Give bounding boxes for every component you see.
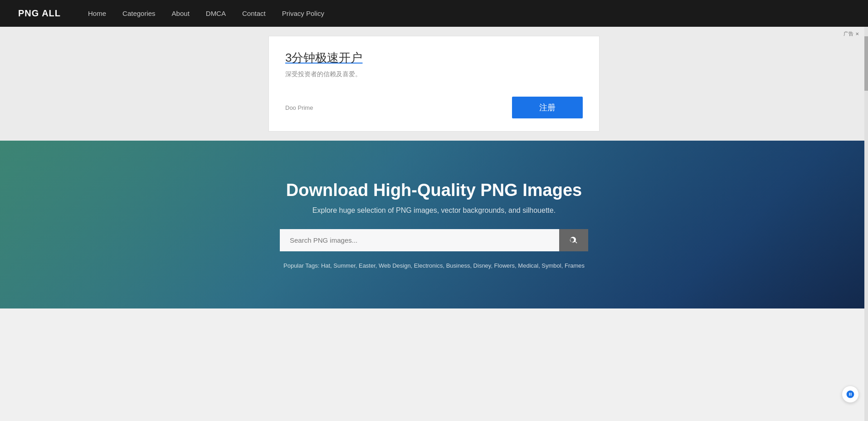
ad-label-text: 广告 <box>844 30 853 37</box>
hero-subtitle: Explore huge selection of PNG images, ve… <box>312 206 556 215</box>
nav-menu: Home Categories About DMCA Contact Priva… <box>88 10 324 18</box>
search-icon <box>569 235 578 245</box>
hero-title: Download High-Quality PNG Images <box>286 181 582 200</box>
ad-footer: Doo Prime 注册 <box>285 97 583 118</box>
ad-register-button[interactable]: 注册 <box>512 97 583 118</box>
ad-box: 3分钟极速开户 深受投资者的信赖及喜爱。 Doo Prime 注册 <box>268 36 600 132</box>
ad-close-icon[interactable]: × <box>855 30 859 37</box>
ad-area: 广告 × 3分钟极速开户 深受投资者的信赖及喜爱。 Doo Prime 注册 <box>0 27 868 141</box>
ad-label: 广告 × <box>844 30 859 37</box>
nav-item-home[interactable]: Home <box>88 10 106 17</box>
ad-title: 3分钟极速开户 <box>285 50 583 66</box>
navbar: PNG ALL Home Categories About DMCA Conta… <box>0 0 868 27</box>
nav-item-dmca[interactable]: DMCA <box>206 10 226 17</box>
nav-item-contact[interactable]: Contact <box>242 10 266 17</box>
widget-icon <box>846 390 855 399</box>
ad-subtitle: 深受投资者的信赖及喜爱。 <box>285 70 583 78</box>
search-bar <box>280 229 588 251</box>
nav-item-privacy[interactable]: Privacy Policy <box>282 10 324 17</box>
scrollbar-thumb[interactable] <box>864 36 868 91</box>
nav-item-categories[interactable]: Categories <box>122 10 156 17</box>
site-logo[interactable]: PNG ALL <box>18 8 61 19</box>
bottom-right-widget[interactable] <box>842 386 859 403</box>
ad-company: Doo Prime <box>285 104 313 111</box>
popular-tags: Popular Tags: Hat, Summer, Easter, Web D… <box>283 262 585 269</box>
nav-item-about[interactable]: About <box>172 10 190 17</box>
popular-tags-list: Hat, Summer, Easter, Web Design, Electro… <box>321 262 585 269</box>
hero-section: Download High-Quality PNG Images Explore… <box>0 141 868 308</box>
search-button[interactable] <box>559 229 588 251</box>
below-hero <box>0 308 868 417</box>
scrollbar[interactable] <box>864 0 868 421</box>
search-input[interactable] <box>280 229 559 251</box>
popular-tags-label: Popular Tags: <box>283 262 319 269</box>
